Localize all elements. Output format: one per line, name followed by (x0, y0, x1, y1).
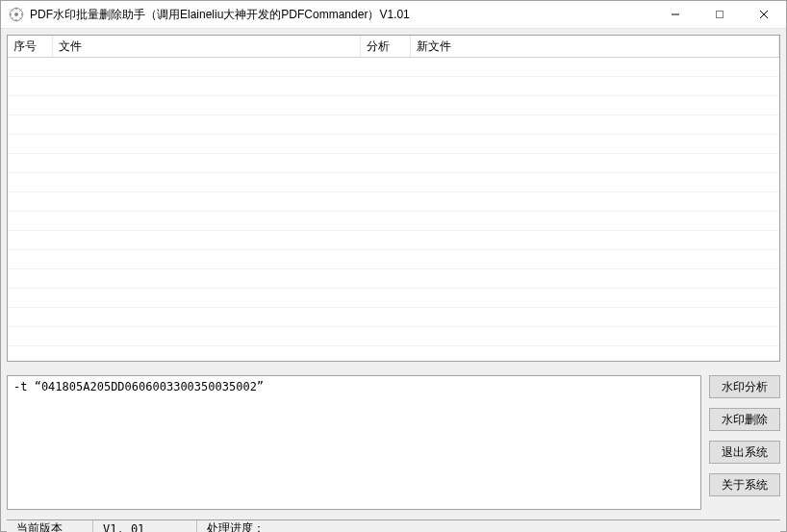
table-row[interactable] (8, 268, 779, 288)
button-column: 水印分析 水印删除 退出系统 关于系统 (709, 375, 780, 510)
table-row[interactable] (8, 57, 779, 76)
status-bar: 当前版本 V1. 01 处理进度： (7, 519, 780, 532)
minimize-button[interactable] (653, 1, 698, 28)
table-row[interactable] (8, 191, 779, 211)
table-row[interactable] (8, 153, 779, 172)
svg-rect-11 (717, 12, 724, 18)
about-button[interactable]: 关于系统 (709, 473, 780, 496)
table-row[interactable] (8, 76, 779, 95)
grid-header-row: 序号 文件 分析 新文件 (8, 36, 779, 57)
close-button[interactable] (742, 1, 786, 28)
table-row[interactable] (8, 211, 779, 230)
svg-point-1 (14, 13, 18, 16)
window-controls (653, 1, 786, 28)
status-version-label: 当前版本 (7, 520, 93, 532)
maximize-button[interactable] (698, 1, 742, 28)
col-seq[interactable]: 序号 (8, 36, 52, 57)
app-window: PDF水印批量删除助手（调用Elaineliu大神开发的PDFCommander… (0, 0, 787, 532)
table-row[interactable] (8, 307, 779, 326)
analyze-button[interactable]: 水印分析 (709, 375, 780, 398)
table-row[interactable] (8, 172, 779, 191)
table-row[interactable] (8, 288, 779, 307)
col-file[interactable]: 文件 (52, 36, 360, 57)
table-row[interactable] (8, 134, 779, 153)
command-textarea[interactable]: -t “041805A205DD0606003300350035002” (7, 375, 701, 510)
exit-button[interactable]: 退出系统 (709, 441, 780, 464)
window-title: PDF水印批量删除助手（调用Elaineliu大神开发的PDFCommander… (30, 7, 653, 23)
table-row[interactable] (8, 95, 779, 114)
table-row[interactable] (8, 326, 779, 345)
table-row[interactable] (8, 249, 779, 268)
app-icon (9, 7, 24, 22)
table-row[interactable] (8, 230, 779, 249)
grid-body (8, 57, 779, 345)
col-analysis[interactable]: 分析 (360, 36, 410, 57)
status-progress-label: 处理进度： (197, 520, 274, 532)
status-version-value: V1. 01 (93, 520, 197, 532)
file-grid[interactable]: 序号 文件 分析 新文件 (7, 35, 780, 362)
col-newfile[interactable]: 新文件 (410, 36, 779, 57)
table-row[interactable] (8, 114, 779, 134)
delete-button[interactable]: 水印删除 (709, 408, 780, 431)
title-bar: PDF水印批量删除助手（调用Elaineliu大神开发的PDFCommander… (1, 1, 786, 29)
lower-panel: -t “041805A205DD0606003300350035002” 水印分… (7, 375, 780, 510)
client-area: 序号 文件 分析 新文件 (1, 29, 786, 531)
